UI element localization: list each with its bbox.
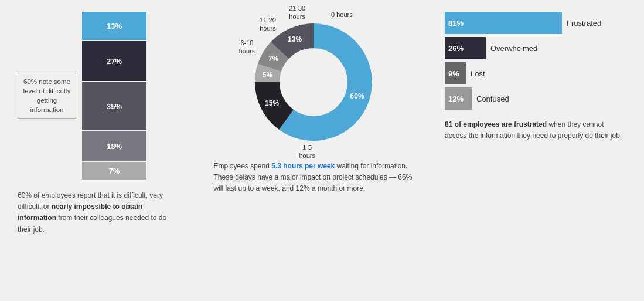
left-bar-segment: 13% bbox=[82, 12, 146, 40]
right-panel: 81%Frustrated26%Overwhelmed9%Lost12%Conf… bbox=[445, 12, 626, 141]
right-bar: 9% bbox=[445, 62, 466, 84]
right-bar-label: Overwhelmed bbox=[490, 44, 537, 53]
right-bar-chart: 81%Frustrated26%Overwhelmed9%Lost12%Conf… bbox=[445, 12, 626, 110]
left-bar-segment: 18% bbox=[82, 131, 146, 161]
left-bar-chart-area: 60% note some level of difficulty gettin… bbox=[18, 12, 182, 180]
mid-caption: Employees spend 5.3 hours per week waiti… bbox=[214, 161, 413, 195]
right-bar: 26% bbox=[445, 37, 486, 59]
main-container: 60% note some level of difficulty gettin… bbox=[18, 12, 626, 235]
left-panel: 60% note some level of difficulty gettin… bbox=[18, 12, 182, 235]
right-bar-row: 12%Confused bbox=[445, 87, 626, 110]
right-bar-row: 9%Lost bbox=[445, 62, 626, 84]
left-annotation: 60% note some level of difficulty gettin… bbox=[18, 73, 76, 119]
right-caption: 81 of employees are frustrated when they… bbox=[445, 119, 626, 141]
right-bar: 81% bbox=[445, 12, 562, 34]
right-bar-row: 26%Overwhelmed bbox=[445, 37, 626, 59]
right-bar: 12% bbox=[445, 87, 472, 110]
right-bar-label: Lost bbox=[471, 69, 485, 78]
left-bar-segment: 35% bbox=[82, 82, 146, 130]
donut-chart: 60%15%5%7%13%0 hours21-30 hours11-20 hou… bbox=[243, 12, 384, 153]
right-bar-row: 81%Frustrated bbox=[445, 12, 626, 34]
left-bar-segment: 7% bbox=[82, 162, 146, 180]
left-bar-stack: 13%27%35%18%7% bbox=[82, 12, 146, 180]
mid-panel: 60%15%5%7%13%0 hours21-30 hours11-20 hou… bbox=[214, 12, 413, 195]
right-bar-label: Frustrated bbox=[567, 19, 601, 28]
right-bar-label: Confused bbox=[476, 94, 509, 103]
left-caption: 60% of employees report that it is diffi… bbox=[18, 190, 182, 235]
left-bar-segment: 27% bbox=[82, 41, 146, 81]
